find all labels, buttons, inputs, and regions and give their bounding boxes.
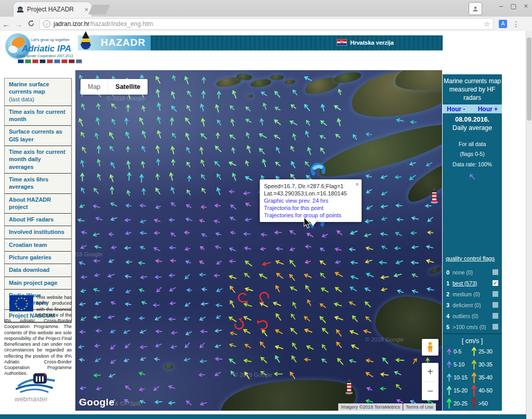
language-link: Hrvatska verzija [350, 40, 394, 46]
banner-title: HAZADR [101, 37, 145, 48]
popup-line-latlon: Lat.=43.290353;Lon.=16.180145 [264, 190, 357, 197]
legend-row-1: 5-1030-35 [443, 358, 502, 371]
webmaster-link[interactable]: webmaster [15, 395, 48, 403]
sidebar-item-gis-layer[interactable]: Surface currents as GIS layer [5, 126, 71, 146]
hour-plus-link[interactable]: Hour + [478, 106, 498, 113]
page-info-icon[interactable]: i [43, 20, 50, 28]
satellite-view-button[interactable]: Satellite [108, 79, 148, 95]
sidebar-item-6hrs-averages[interactable]: Time axis 6hrs averages [5, 174, 71, 194]
flag-checkbox-4[interactable] [493, 313, 498, 319]
reload-icon [28, 20, 35, 27]
legend-arrow-icon [446, 348, 453, 355]
eu-flag-icon: ★★★★★★★★★★★★ [9, 295, 33, 311]
legend-row-2: 10-1535-40 [443, 371, 502, 384]
flag-row-1: 1best (573)✓ [443, 278, 502, 289]
url-field[interactable]: i jadran.izor.hr/hazadr/index_eng.htm ☆ [39, 18, 494, 30]
scrollbar-thumb[interactable] [527, 37, 531, 121]
legend-arrow-icon [471, 372, 477, 383]
quality-control-flags-link[interactable]: quality control flags [446, 255, 495, 261]
sidebar-item-about-hf-radars[interactable]: About HF radars [5, 214, 71, 226]
legend-arrow-icon [446, 360, 453, 368]
sidebar-item-main-project-page[interactable]: Main project page [5, 277, 71, 290]
google-logo[interactable]: Google [79, 397, 114, 408]
tab-close-icon[interactable]: × [84, 6, 88, 14]
flag-checkbox-0[interactable] [493, 269, 498, 275]
flag-checkbox-3[interactable] [493, 302, 498, 308]
flag-checkbox-1[interactable]: ✓ [493, 280, 498, 286]
back-button[interactable]: ← [0, 20, 12, 29]
popup-line-speed: Speed=16.7, Dir.=287.6;Flag=1 [264, 182, 357, 190]
sidebar-item-involved-institutions[interactable]: Involved institutions [5, 226, 71, 239]
new-tab-button[interactable] [88, 5, 111, 15]
legend-row-3: 15-2040-50 [443, 384, 502, 397]
popup-link-trajectoria[interactable]: Trajectoria for this point [264, 204, 357, 212]
izor-logo [16, 370, 57, 395]
zoom-control: + − [422, 363, 438, 400]
current-vectors [75, 70, 442, 411]
terms-of-use-link[interactable]: Terms of Use [403, 403, 436, 411]
language-switch[interactable]: Hrvatska verzija [337, 39, 394, 46]
sidebar-item-croatian-team[interactable]: Croatian team [5, 239, 71, 252]
legend-arrow-icon [471, 346, 477, 356]
sidebar-item-data-download[interactable]: Data download [5, 264, 71, 277]
logo-tagline: Let's grow up together [31, 37, 70, 42]
minimize-button[interactable]: – [499, 2, 503, 10]
flag-row-0: 0none (0) [443, 267, 502, 278]
browser-tab-bar: Project HAZADR × – ▢ × [0, 0, 532, 17]
hour-minus-link[interactable]: Hour - [447, 106, 465, 113]
profile-button[interactable] [469, 2, 482, 15]
flag-best-link[interactable]: best (573) [453, 280, 493, 286]
sample-vector-icon [469, 173, 476, 180]
map-watermark: © 2018 Google [107, 95, 145, 101]
adriatic-ipa-logo[interactable]: Let's grow up together Adriatic IPA Cros… [4, 32, 73, 67]
panel-info-flags: (flags 0-5) [443, 151, 502, 157]
close-window-button[interactable]: × [524, 2, 528, 10]
translate-icon[interactable]: A [499, 20, 507, 28]
map-watermark: © 2018 Google [365, 336, 404, 343]
panel-date: 08.09.2016. [443, 116, 502, 123]
legend-title: [ cm/s ] [443, 337, 502, 345]
hazadr-banner: HAZADR Hrvatska verzija [78, 35, 443, 50]
buoy-icon [78, 30, 93, 55]
page-scrollbar[interactable] [526, 31, 532, 419]
sidebar-item-daily-averages[interactable]: Time axis for current month daily averag… [5, 146, 71, 174]
logo-subtitle: Cross Border Cooperation 2007-2013 [17, 54, 73, 58]
panel-info-all-data: For all data [443, 141, 502, 147]
sidebar-item-time-axis-month[interactable]: Time axis for current month [5, 106, 71, 126]
mouse-cursor-icon [303, 217, 311, 229]
zoom-out-button[interactable]: − [422, 382, 438, 401]
forward-button[interactable]: → [12, 20, 25, 29]
speed-legend: [ cm/s ] 0-525-30 5-1030-35 10-1535-40 1… [443, 333, 502, 412]
croatian-flag-icon [337, 39, 347, 46]
reload-button[interactable] [25, 20, 37, 29]
popup-close-icon[interactable]: × [355, 181, 359, 189]
person-icon [472, 6, 478, 12]
eu-disclaimer: ★★★★★★★★★★★★ This website has been produ… [4, 295, 72, 377]
address-bar: ← → i jadran.izor.hr/hazadr/index_eng.ht… [0, 17, 532, 32]
maximize-button[interactable]: ▢ [510, 2, 516, 10]
map-watermark: © 2018 Google [234, 372, 272, 378]
page-footer-bar [0, 414, 526, 419]
country-flags [18, 59, 82, 63]
sidebar-item-about-hazadr[interactable]: About HAZADR project [5, 194, 71, 214]
window-controls: – ▢ × [499, 2, 528, 10]
pegman-control[interactable] [422, 339, 438, 356]
partner-credit: & IOF-Split [115, 401, 140, 407]
map-canvas[interactable]: © 2018 Google © 2018 Google © 2018 Googl… [75, 70, 442, 411]
pegman-icon [426, 342, 434, 353]
zoom-in-button[interactable]: + [422, 363, 438, 382]
flag-checkbox-2[interactable] [493, 291, 498, 297]
popup-link-graphic-view[interactable]: Graphic view prev. 24 hrs [264, 197, 357, 204]
hf-radar-panel: Marine currents map measured by HF radar… [443, 74, 502, 411]
flag-row-5: 5>100 cm/s (0) [443, 321, 502, 332]
sidebar-item-picture-galeries[interactable]: Picture galeries [5, 252, 71, 264]
bookmark-star-icon[interactable]: ☆ [484, 20, 490, 28]
map-view-button[interactable]: Map [81, 79, 108, 95]
legend-row-4: 20-25>50 [443, 397, 502, 410]
flag-checkbox-5[interactable] [493, 324, 498, 330]
sidebar-item-marine-surface-currents[interactable]: Marine surface currents map(last data) [5, 78, 71, 106]
browser-tab[interactable]: Project HAZADR × [14, 2, 91, 17]
info-window: × Speed=16.7, Dir.=287.6;Flag=1 Lat.=43.… [260, 179, 362, 222]
map-type-control: Map Satellite [81, 79, 148, 95]
browser-menu-icon[interactable]: ⋮ [512, 20, 520, 28]
